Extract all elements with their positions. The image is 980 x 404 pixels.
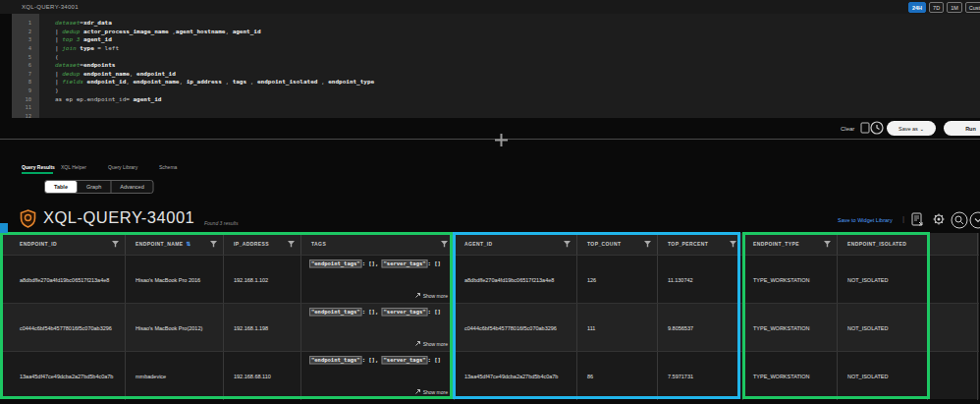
xql-shield-icon (20, 209, 36, 228)
save-as-button[interactable]: Save as ⌄ (887, 121, 936, 136)
show-more-link[interactable]: Show more (415, 389, 448, 396)
filter-icon[interactable] (824, 241, 831, 248)
run-button[interactable]: Run (944, 121, 980, 136)
cursor-crosshair-v (501, 134, 503, 146)
cell-endpoint_type[interactable]: TYPE_WORKSTATION (743, 304, 838, 352)
filter-icon[interactable] (564, 241, 571, 248)
code-line-6[interactable]: 6dataset=endpoints (12, 61, 980, 70)
cell-tags[interactable]: "endpoint_tags": [], "server_tags": []Sh… (301, 304, 455, 352)
cell-top_count[interactable]: 111 (577, 304, 658, 352)
col-header-endpoint_type[interactable]: ENDPOINT_TYPE (743, 233, 838, 255)
tab-query-library[interactable]: Query Library (108, 164, 137, 170)
code-line-12[interactable]: 12 (12, 112, 980, 118)
time-range-24h[interactable]: 24H (908, 2, 926, 13)
view-tab-table[interactable]: Table (45, 181, 78, 193)
cell-endpoint_isolated[interactable]: NOT_ISOLATED (838, 256, 928, 304)
collapse-icon (970, 212, 980, 228)
xql-query-page: XQL-QUERY-34001 24H7D1MCustom 1dataset=x… (0, 0, 980, 404)
cell-endpoint_isolated[interactable]: NOT_ISOLATED (838, 352, 928, 400)
filter-icon[interactable] (730, 241, 736, 248)
highlight-corner-marker (0, 223, 8, 233)
query-history-icon[interactable] (860, 120, 886, 136)
external-link-icon (415, 293, 421, 299)
cell-top_percent[interactable]: 9.8056537 (658, 304, 743, 352)
cell-top_percent[interactable]: 7.5971731 (658, 352, 743, 400)
code-line-7[interactable]: 7| dedup endpoint_name, endpoint_id (12, 70, 980, 79)
cell-endpoint_id[interactable]: 13aa45df47ce49dcba2a27bd5b4c0a7b (2, 352, 126, 400)
col-header-top_percent[interactable]: TOP_PERCENT (658, 233, 743, 255)
cell-endpoint_name[interactable]: Hisao's MacBook Pro 2016 (126, 256, 224, 304)
tab-xql-helper[interactable]: XQL Helper (61, 164, 86, 170)
panel-divider[interactable] (0, 139, 980, 140)
cell-agent_id[interactable]: a8dbdffe270a4fd19bc06517f213a4e8 (455, 256, 577, 304)
col-header-top_count[interactable]: TOP_COUNT (577, 233, 658, 255)
tab-schema[interactable]: Schema (159, 164, 177, 170)
show-more-link[interactable]: Show more (415, 293, 448, 300)
tab-query-results[interactable]: Query Results (22, 164, 55, 170)
table-row[interactable]: c0444c6bf54b45778016f5c070ab3296Hisao's … (2, 303, 979, 351)
clear-button[interactable]: Clear (841, 125, 854, 132)
cell-ip_address[interactable]: 192.168.68.110 (224, 352, 301, 400)
view-tab-graph[interactable]: Graph (78, 181, 111, 193)
results-title: XQL-QUERY-34001 (43, 208, 194, 227)
cell-top_count[interactable]: 86 (577, 352, 658, 400)
cell-endpoint_type[interactable]: TYPE_WORKSTATION (743, 352, 838, 400)
sort-icon[interactable]: ⇅ (187, 241, 191, 247)
code-line-4[interactable]: 4| join type = left (12, 44, 980, 53)
window-titlebar: XQL-QUERY-34001 (0, 0, 980, 14)
code-line-3[interactable]: 3| top 3 agent_id (12, 35, 980, 44)
code-line-2[interactable]: 2| dedup actor_process_image_name ,agent… (12, 28, 980, 36)
cell-tags[interactable]: "endpoint_tags": [], "server_tags": []Sh… (301, 352, 455, 400)
cell-endpoint_type[interactable]: TYPE_WORKSTATION (743, 256, 838, 304)
separator: | (902, 214, 904, 223)
filter-icon[interactable] (441, 241, 448, 248)
table-row[interactable]: 13aa45df47ce49dcba2a27bd5b4c0a7bmmbadevi… (2, 351, 979, 399)
results-header-icons[interactable] (910, 211, 980, 229)
filter-icon[interactable] (644, 241, 651, 248)
time-range-custom[interactable]: Custom (965, 2, 980, 13)
cell-endpoint_id[interactable]: c0444c6bf54b45778016f5c070ab3296 (2, 304, 126, 352)
col-header-ip_address[interactable]: IP_ADDRESS (224, 233, 301, 255)
save-as-label: Save as (898, 126, 918, 132)
show-more-link[interactable]: Show more (415, 341, 448, 348)
cell-_empty[interactable] (928, 256, 978, 304)
code-line-11[interactable]: 11 (12, 103, 980, 112)
code-line-1[interactable]: 1dataset=xdr_data (12, 19, 980, 28)
cell-top_count[interactable]: 126 (577, 256, 658, 304)
results-count: Found 3 results (204, 220, 238, 226)
cell-endpoint_id[interactable]: a8dbdffe270a4fd19bc06517f213a4e8 (2, 256, 126, 304)
cell-agent_id[interactable]: c0444c6bf54b45778016f5c070ab3296 (455, 304, 577, 352)
cell-agent_id[interactable]: 13aa45df47ce49dcba2a27bd5b4c0a7b (455, 352, 577, 400)
cell-endpoint_name[interactable]: mmbadevice (126, 352, 224, 400)
save-to-widget-link[interactable]: Save to Widget Library (838, 217, 893, 223)
col-header-endpoint_id[interactable]: ENDPOINT_ID (2, 233, 126, 255)
table-row[interactable]: a8dbdffe270a4fd19bc06517f213a4e8Hisao's … (2, 255, 979, 303)
cell-_empty[interactable] (928, 304, 978, 352)
filter-icon[interactable] (210, 241, 217, 248)
cell-ip_address[interactable]: 192.168.1.102 (224, 256, 301, 304)
col-header-endpoint_isolated[interactable]: ENDPOINT_ISOLATED (838, 233, 928, 255)
code-line-5[interactable]: 5( (12, 52, 980, 61)
code-line-10[interactable]: 10as ep ep.endpoint_id= agent_id (12, 94, 980, 103)
view-tab-advanced[interactable]: Advanced (111, 181, 152, 193)
cell-endpoint_name[interactable]: Hisao's MacBook Pro(2012) (126, 304, 224, 352)
cell-tags[interactable]: "endpoint_tags": [], "server_tags": []Sh… (301, 256, 455, 304)
col-header-agent_id[interactable]: AGENT_ID (455, 233, 577, 255)
col-header-endpoint_name[interactable]: ENDPOINT_NAME⇅ (126, 233, 224, 255)
time-range-1m[interactable]: 1M (947, 2, 962, 13)
code-line-8[interactable]: 8| fields endpoint_id, endpoint_name, ip… (12, 78, 980, 87)
cell-top_percent[interactable]: 11.130742 (658, 256, 743, 304)
settings-icon (934, 214, 945, 225)
tags-value: "endpoint_tags": [], "server_tags": [] (309, 309, 441, 316)
code-lines: 1dataset=xdr_data2| dedup actor_process_… (12, 19, 980, 118)
filter-icon[interactable] (112, 241, 119, 248)
cell-endpoint_isolated[interactable]: NOT_ISOLATED (838, 304, 928, 352)
view-switcher: TableGraphAdvanced (44, 180, 154, 194)
cell-_empty[interactable] (928, 352, 978, 400)
cell-ip_address[interactable]: 192.168.1.198 (224, 304, 301, 352)
code-line-9[interactable]: 9) (12, 87, 980, 95)
query-editor[interactable]: 1dataset=xdr_data2| dedup actor_process_… (12, 14, 980, 118)
col-header-tags[interactable]: TAGS (301, 233, 455, 255)
filter-icon[interactable] (288, 241, 295, 248)
time-range-7d[interactable]: 7D (929, 2, 944, 13)
